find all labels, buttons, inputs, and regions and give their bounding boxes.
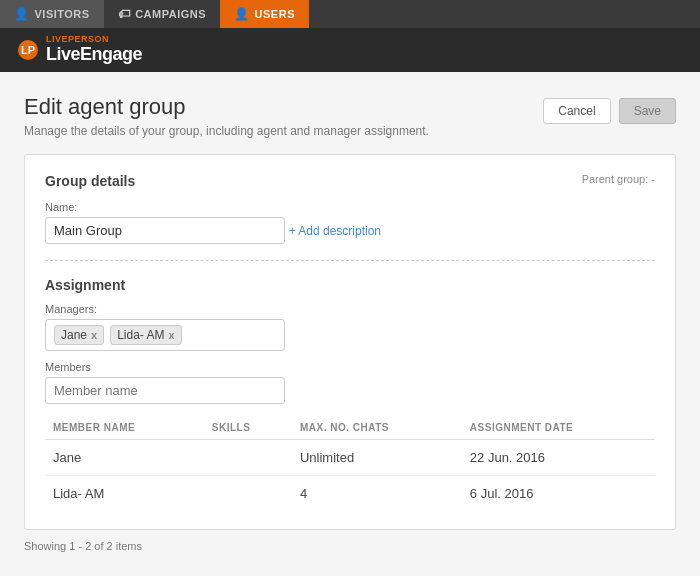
member-assignment-date-2: 6 Jul. 2016: [462, 476, 655, 512]
group-name-input[interactable]: [45, 217, 285, 244]
member-name-2: Lida- AM: [45, 476, 204, 512]
showing-label: Showing 1 - 2 of 2 items: [24, 540, 676, 552]
member-skills-1: [204, 440, 292, 476]
col-header-member-name: MEMBER NAME: [45, 416, 204, 440]
campaigns-icon: 🏷: [118, 7, 131, 21]
name-label: Name:: [45, 201, 655, 213]
managers-input-row[interactable]: Jane x Lida- AM x: [45, 319, 285, 351]
manager-tag-lida: Lida- AM x: [110, 325, 181, 345]
brand-name: LiveEngage: [46, 44, 142, 65]
nav-campaigns-label: CAMPAIGNS: [135, 8, 206, 20]
edit-group-card: Group details Parent group: - Name: + Ad…: [24, 154, 676, 530]
nav-item-users[interactable]: 👤 USERS: [220, 0, 309, 28]
brand-text: LIVEPERSON LiveEngage: [46, 35, 142, 65]
table-row: Lida- AM 4 6 Jul. 2016: [45, 476, 655, 512]
member-max-chats-2: 4: [292, 476, 462, 512]
svg-text:LP: LP: [21, 44, 35, 56]
manager-remove-jane[interactable]: x: [91, 329, 97, 341]
members-table: MEMBER NAME SKILLS MAX. NO. CHATS ASSIGN…: [45, 416, 655, 511]
brand-bar: LP LIVEPERSON LiveEngage: [0, 28, 700, 72]
nav-users-label: USERS: [255, 8, 295, 20]
manager-tag-jane: Jane x: [54, 325, 104, 345]
save-button[interactable]: Save: [619, 98, 676, 124]
col-header-assignment-date: ASSIGNMENT DATE: [462, 416, 655, 440]
page-title: Edit agent group: [24, 94, 429, 120]
page-subtitle: Manage the details of your group, includ…: [24, 124, 429, 138]
member-name-1: Jane: [45, 440, 204, 476]
visitors-icon: 👤: [14, 7, 30, 21]
member-skills-2: [204, 476, 292, 512]
col-header-max-chats: MAX. NO. CHATS: [292, 416, 462, 440]
add-description-link[interactable]: + Add description: [289, 224, 381, 238]
main-content: Edit agent group Manage the details of y…: [0, 72, 700, 576]
member-assignment-date-1: 22 Jun. 2016: [462, 440, 655, 476]
table-row: Jane Unlimited 22 Jun. 2016: [45, 440, 655, 476]
table-header-row: MEMBER NAME SKILLS MAX. NO. CHATS ASSIGN…: [45, 416, 655, 440]
group-details-title: Group details: [45, 173, 655, 189]
nav-visitors-label: VISITORS: [35, 8, 90, 20]
brand-logo: LP LIVEPERSON LiveEngage: [16, 35, 142, 65]
member-max-chats-1: Unlimited: [292, 440, 462, 476]
manager-name-lida: Lida- AM: [117, 328, 164, 342]
assignment-section: Assignment Managers: Jane x Lida- AM x M…: [45, 277, 655, 511]
users-icon: 👤: [234, 7, 250, 21]
col-header-skills: SKILLS: [204, 416, 292, 440]
parent-group-label: Parent group: -: [582, 173, 655, 185]
section-divider: [45, 260, 655, 261]
manager-name-jane: Jane: [61, 328, 87, 342]
manager-remove-lida[interactable]: x: [169, 329, 175, 341]
liveperson-logo-icon: LP: [16, 38, 40, 62]
brand-prefix: LIVEPERSON: [46, 35, 142, 44]
cancel-button[interactable]: Cancel: [543, 98, 610, 124]
nav-item-campaigns[interactable]: 🏷 CAMPAIGNS: [104, 0, 220, 28]
managers-label: Managers:: [45, 303, 655, 315]
nav-item-visitors[interactable]: 👤 VISITORS: [0, 0, 104, 28]
members-label: Members: [45, 361, 655, 373]
assignment-title: Assignment: [45, 277, 655, 293]
group-details-section: Group details Parent group: - Name: + Ad…: [45, 173, 655, 244]
member-name-input[interactable]: [45, 377, 285, 404]
top-navigation: 👤 VISITORS 🏷 CAMPAIGNS 👤 USERS: [0, 0, 700, 28]
